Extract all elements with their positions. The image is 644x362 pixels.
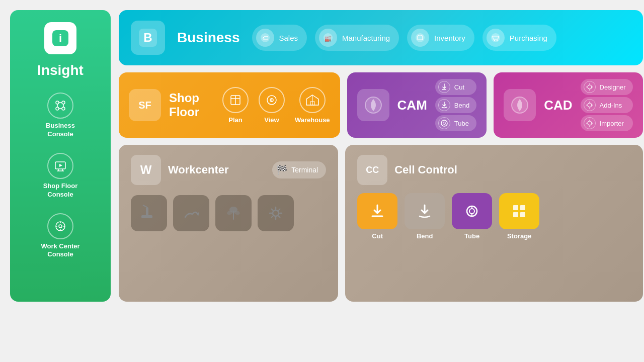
- cc-storage-icon: [499, 193, 539, 229]
- cad-addins-label: Add-Ins: [600, 102, 622, 109]
- business-card[interactable]: B Business 🏷 Sales: [119, 10, 643, 65]
- shopfloor-title: Shop Floor: [169, 91, 214, 119]
- svg-point-27: [416, 33, 425, 42]
- svg-rect-64: [141, 215, 152, 218]
- cad-designer-icon: [584, 81, 596, 93]
- cc-tube-module[interactable]: Tube: [452, 193, 492, 240]
- wc-icon-excavate[interactable]: [173, 195, 209, 231]
- cad-importer-module[interactable]: Importer: [581, 115, 633, 131]
- view-module[interactable]: i View: [259, 87, 285, 124]
- manufacturing-icon: 🏭: [319, 29, 337, 47]
- inventory-label: Inventory: [434, 34, 465, 42]
- main-container: i Insight BusinessConsole: [0, 0, 644, 362]
- sidebar-item-work-center-console[interactable]: Work CenterConsole: [41, 213, 79, 259]
- svg-text:i: i: [271, 97, 272, 103]
- view-icon: i: [259, 87, 285, 113]
- cad-modules: Designer Add-Ins: [581, 79, 633, 131]
- cam-bend-icon: [438, 99, 450, 111]
- svg-point-58: [588, 121, 592, 125]
- warehouse-module[interactable]: Warehouse: [295, 87, 330, 124]
- svg-point-3: [62, 101, 65, 104]
- wc-icon-plant[interactable]: [215, 195, 252, 231]
- shop-floor-console-label: Shop FloorConsole: [43, 182, 78, 199]
- svg-point-4: [56, 107, 59, 110]
- cad-importer-icon: [584, 117, 596, 129]
- plan-icon: [222, 87, 249, 113]
- cc-storage-module[interactable]: Storage: [499, 193, 539, 240]
- purchasing-icon: [487, 29, 505, 47]
- svg-text:🏭: 🏭: [325, 35, 332, 42]
- sales-icon: 🏷: [256, 29, 274, 47]
- svg-point-32: [494, 40, 495, 41]
- svg-point-53: [588, 103, 592, 107]
- workcenter-card[interactable]: W Workcenter 🏁 Terminal: [119, 145, 338, 302]
- svg-point-45: [441, 120, 447, 126]
- content-area: B Business 🏷 Sales: [119, 10, 643, 302]
- manufacturing-module[interactable]: 🏭 Manufacturing: [315, 25, 399, 51]
- purchasing-module[interactable]: Purchasing: [482, 25, 556, 51]
- cam-card[interactable]: CAM Cut: [347, 72, 487, 138]
- cam-cut-label: Cut: [454, 83, 464, 91]
- middle-row: SF Shop Floor Plan: [119, 72, 643, 138]
- terminal-label: Terminal: [291, 166, 318, 174]
- sidebar-item-shop-floor-console[interactable]: Shop FloorConsole: [43, 153, 78, 199]
- cad-importer-label: Importer: [600, 120, 624, 127]
- insight-logo: i: [44, 22, 76, 54]
- plan-module[interactable]: Plan: [222, 87, 249, 124]
- cad-addins-icon: [584, 99, 596, 111]
- cam-cut-module[interactable]: Cut: [435, 79, 476, 95]
- business-console-icon: [47, 93, 73, 119]
- cellcontrol-title: Cell Control: [394, 163, 457, 176]
- bottom-row: W Workcenter 🏁 Terminal: [119, 145, 643, 302]
- cc-bend-module[interactable]: Bend: [405, 193, 445, 240]
- svg-point-81: [469, 209, 474, 214]
- business-modules: 🏷 Sales 🏭 Manufacturing: [252, 25, 631, 51]
- work-center-console-label: Work CenterConsole: [41, 242, 79, 259]
- business-console-label: BusinessConsole: [46, 122, 75, 139]
- cellcontrol-card[interactable]: CC Cell Control Cut: [345, 145, 642, 302]
- svg-point-5: [62, 107, 65, 110]
- warehouse-label: Warehouse: [295, 116, 330, 124]
- cam-bend-label: Bend: [454, 102, 469, 109]
- terminal-module[interactable]: 🏁 Terminal: [272, 161, 326, 178]
- svg-rect-86: [513, 212, 518, 217]
- sidebar-item-business-console[interactable]: BusinessConsole: [46, 93, 75, 139]
- svg-line-78: [272, 216, 273, 218]
- shopfloor-card[interactable]: SF Shop Floor Plan: [119, 72, 340, 138]
- cc-cut-module[interactable]: Cut: [357, 193, 397, 240]
- cam-bend-module[interactable]: Bend: [435, 97, 476, 113]
- cam-tube-module[interactable]: Tube: [435, 115, 476, 131]
- svg-line-77: [279, 209, 280, 211]
- svg-rect-84: [513, 205, 518, 210]
- manufacturing-label: Manufacturing: [342, 34, 390, 42]
- wc-icon-settings[interactable]: [258, 195, 294, 231]
- cc-tube-label: Tube: [464, 232, 479, 240]
- sales-module[interactable]: 🏷 Sales: [252, 25, 307, 51]
- svg-rect-87: [520, 212, 525, 217]
- svg-text:🏷: 🏷: [262, 35, 268, 42]
- cad-title: CAD: [544, 98, 572, 113]
- workcenter-title: Workcenter: [168, 163, 229, 176]
- cad-card[interactable]: CAD Designer: [494, 72, 642, 138]
- svg-text:B: B: [143, 31, 152, 44]
- wc-icon-sweep[interactable]: [131, 195, 167, 231]
- cc-cut-icon: [357, 193, 397, 229]
- svg-point-70: [273, 210, 279, 216]
- workcenter-icons: [131, 195, 326, 231]
- cam-cut-icon: [438, 81, 450, 93]
- svg-line-76: [279, 216, 280, 218]
- inventory-module[interactable]: Inventory: [407, 25, 474, 51]
- cc-cut-label: Cut: [372, 232, 383, 240]
- cc-bend-icon: [405, 193, 445, 229]
- svg-point-33: [497, 40, 498, 41]
- cc-tube-icon: [452, 193, 492, 229]
- svg-text:i: i: [59, 32, 62, 45]
- cad-addins-module[interactable]: Add-Ins: [581, 97, 633, 113]
- svg-point-16: [59, 225, 62, 228]
- svg-line-75: [272, 209, 273, 211]
- cam-tube-label: Tube: [454, 120, 469, 127]
- work-center-console-icon: [47, 213, 73, 239]
- business-title: Business: [177, 30, 240, 46]
- cam-tube-icon: [438, 117, 450, 129]
- cad-designer-module[interactable]: Designer: [581, 79, 633, 95]
